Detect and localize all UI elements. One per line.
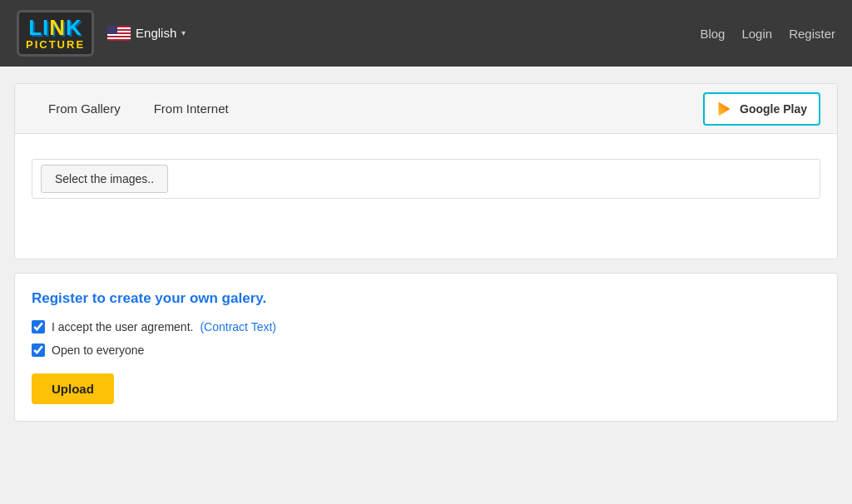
open-to-everyone-row: Open to everyone: [32, 343, 820, 357]
google-play-button[interactable]: Google Play: [703, 92, 820, 126]
flag-icon: [107, 26, 131, 41]
file-input-row: Select the images..: [32, 159, 820, 199]
main-content: From Gallery From Internet: [6, 67, 846, 438]
logo-link-text: LiNK: [28, 16, 82, 40]
upload-area: Select the images..: [15, 134, 837, 259]
language-label: English: [136, 26, 176, 40]
nav-register[interactable]: Register: [789, 27, 835, 41]
register-title: Register to create your own galery.: [32, 290, 820, 307]
open-to-everyone-label: Open to everyone: [52, 343, 144, 357]
language-selector[interactable]: English ▾: [107, 26, 186, 41]
tab-from-internet[interactable]: From Internet: [137, 84, 245, 133]
google-play-label: Google Play: [740, 102, 807, 116]
nav-login[interactable]: Login: [741, 27, 772, 41]
register-card: Register to create your own galery. I ac…: [14, 273, 838, 422]
upload-card: From Gallery From Internet: [14, 83, 838, 259]
upload-button[interactable]: Upload: [32, 373, 114, 404]
contract-link[interactable]: (Contract Text): [200, 320, 276, 334]
accept-terms-row: I accept the user agrement. (Contract Te…: [32, 320, 820, 334]
logo-picture-text: PiCTURE: [26, 39, 85, 51]
tab-from-gallery[interactable]: From Gallery: [32, 84, 137, 133]
navbar-left: LiNK PiCTURE English ▾: [17, 10, 186, 57]
google-play-icon: [716, 101, 733, 117]
tabs-row: From Gallery From Internet: [15, 84, 837, 134]
open-to-everyone-checkbox[interactable]: [32, 343, 45, 357]
select-images-button[interactable]: Select the images..: [41, 165, 168, 193]
accept-terms-label: I accept the user agrement.: [52, 320, 193, 334]
logo[interactable]: LiNK PiCTURE: [17, 10, 94, 57]
nav-blog[interactable]: Blog: [700, 27, 725, 41]
dropdown-arrow-icon: ▾: [181, 28, 186, 37]
navbar-right: Blog Login Register: [700, 27, 835, 41]
navbar: LiNK PiCTURE English ▾ Blog Login Reg: [0, 0, 852, 67]
accept-terms-checkbox[interactable]: [32, 320, 45, 334]
